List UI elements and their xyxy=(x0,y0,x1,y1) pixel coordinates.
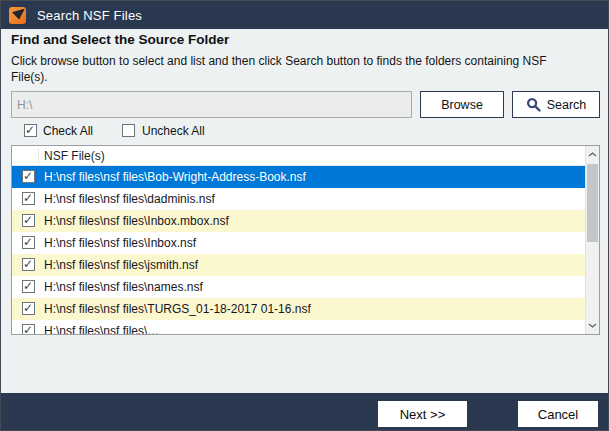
list-header: NSF File(s) xyxy=(12,146,599,166)
file-row-checkbox[interactable] xyxy=(22,258,35,271)
check-controls-row: Check All Uncheck All xyxy=(1,123,608,141)
source-path-input[interactable] xyxy=(11,91,412,118)
browse-button-label: Browse xyxy=(441,98,483,112)
file-path-text: H:\nsf files\nsf files\Bob-Wright-Addres… xyxy=(44,170,306,184)
file-row-checkbox[interactable] xyxy=(22,192,35,205)
file-path-text: H:\nsf files\nsf files\jsmith.nsf xyxy=(44,258,198,272)
page-title: Find and Select the Source Folder xyxy=(11,32,229,47)
file-path-text: H:\nsf files\nsf files\names.nsf xyxy=(44,280,203,294)
title-bar: Search NSF Files xyxy=(1,1,608,29)
scroll-up-button[interactable] xyxy=(586,147,599,162)
uncheck-all-label: Uncheck All xyxy=(142,124,205,138)
file-row[interactable]: H:\nsf files\nsf files\Inbox.mbox.nsf xyxy=(12,210,586,232)
file-path-text: H:\nsf files\nsf files\… xyxy=(44,324,159,335)
file-path-text: H:\nsf files\nsf files\Inbox.nsf xyxy=(44,236,196,250)
window-title: Search NSF Files xyxy=(37,8,142,23)
file-row[interactable]: H:\nsf files\nsf files\jsmith.nsf xyxy=(12,254,586,276)
instructions-text: Click browse button to select and list a… xyxy=(11,53,551,85)
scroll-down-button[interactable] xyxy=(586,318,599,333)
file-row[interactable]: H:\nsf files\nsf files\Bob-Wright-Addres… xyxy=(12,166,586,188)
app-logo-icon xyxy=(9,7,26,24)
file-row[interactable]: H:\nsf files\nsf files\dadminis.nsf xyxy=(12,188,586,210)
file-row-checkbox[interactable] xyxy=(22,236,35,249)
cancel-button[interactable]: Cancel xyxy=(518,401,598,427)
uncheck-all-checkbox[interactable] xyxy=(122,124,135,137)
search-icon xyxy=(526,97,541,112)
file-path-text: H:\nsf files\nsf files\Inbox.mbox.nsf xyxy=(44,214,229,228)
file-row-checkbox[interactable] xyxy=(22,280,35,293)
chevron-up-icon xyxy=(588,152,597,157)
search-nsf-files-dialog: Search NSF Files Find and Select the Sou… xyxy=(0,0,609,431)
file-row-checkbox[interactable] xyxy=(22,302,35,315)
file-row[interactable]: H:\nsf files\nsf files\Inbox.nsf xyxy=(12,232,586,254)
file-row[interactable]: H:\nsf files\nsf files\… xyxy=(12,320,586,335)
search-button[interactable]: Search xyxy=(512,91,600,118)
file-row[interactable]: H:\nsf files\nsf files\names.nsf xyxy=(12,276,586,298)
chevron-down-icon xyxy=(588,323,597,328)
file-row[interactable]: H:\nsf files\nsf files\TURGS_01-18-2017 … xyxy=(12,298,586,320)
file-row-checkbox[interactable] xyxy=(22,324,35,335)
bottom-action-bar: Next >> Cancel xyxy=(1,393,608,431)
browse-button[interactable]: Browse xyxy=(420,91,504,118)
file-path-text: H:\nsf files\nsf files\TURGS_01-18-2017 … xyxy=(44,302,311,316)
next-button[interactable]: Next >> xyxy=(378,401,467,427)
search-button-label: Search xyxy=(547,98,587,112)
scrollbar-thumb[interactable] xyxy=(587,164,598,242)
nsf-file-list: NSF File(s) H:\nsf files\nsf files\Bob-W… xyxy=(11,145,600,335)
check-all-checkbox[interactable] xyxy=(24,124,37,137)
vertical-scrollbar[interactable] xyxy=(585,146,599,334)
column-header-nsf-files: NSF File(s) xyxy=(44,146,105,166)
column-divider xyxy=(38,148,39,163)
check-all-label: Check All xyxy=(43,124,93,138)
file-path-text: H:\nsf files\nsf files\dadminis.nsf xyxy=(44,192,215,206)
file-row-checkbox[interactable] xyxy=(22,214,35,227)
file-rows-container: H:\nsf files\nsf files\Bob-Wright-Addres… xyxy=(12,166,599,335)
file-row-checkbox[interactable] xyxy=(22,170,35,183)
